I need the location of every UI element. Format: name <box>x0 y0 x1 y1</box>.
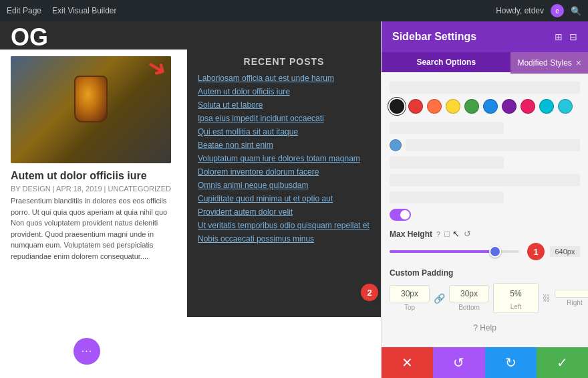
recent-post-item[interactable]: Cupiditate quod minima ut et optio aut <box>198 194 370 203</box>
max-height-slider-thumb[interactable] <box>489 246 501 258</box>
exit-builder-link[interactable]: Exit Visual Builder <box>52 6 117 15</box>
max-height-header: Max Height ? □ ↖ ↺ <box>390 229 580 239</box>
article-meta: BY DESIGN | APR 18, 2019 | UNCATEGORIZED <box>11 185 176 193</box>
blurred-field-label-2 <box>390 157 504 169</box>
padding-right-label: Right <box>567 299 582 306</box>
reset-button[interactable]: ↺ <box>433 347 484 378</box>
sidebar-panel: Sidebar Settings ⊞ ⊟ Search Options Modi… <box>381 21 588 378</box>
recent-post-item[interactable]: Laboriosam officia aut est unde harum <box>198 74 370 83</box>
reset-icon[interactable]: ↺ <box>464 229 471 239</box>
tab-modified-styles[interactable]: Modified Styles × <box>510 52 588 74</box>
color-swatch-yellow[interactable] <box>446 99 460 114</box>
sidebar-icon-split[interactable]: ⊟ <box>569 31 577 42</box>
padding-left-input[interactable]: 5% <box>496 286 536 302</box>
action-bar: ✕ ↺ ↻ ✓ <box>382 347 588 378</box>
title-color-swatch[interactable] <box>390 139 402 151</box>
max-height-value[interactable]: 640px <box>550 246 580 257</box>
padding-link-icon[interactable]: 🔗 <box>434 293 445 304</box>
toggle-row <box>390 209 580 221</box>
help-button[interactable]: ? Help <box>473 323 496 333</box>
max-height-slider-fill <box>390 250 493 253</box>
cursor-icon[interactable]: ↖ <box>452 229 460 239</box>
recent-post-item[interactable]: Provident autem dolor velit <box>198 207 370 217</box>
color-swatch-blue[interactable] <box>483 99 498 114</box>
refresh-button[interactable]: ↻ <box>485 347 537 378</box>
toggle-switch[interactable] <box>390 209 411 221</box>
sidebar-header: Sidebar Settings ⊞ ⊟ <box>382 21 588 52</box>
padding-link-icon-2[interactable]: ⛓ <box>543 294 551 303</box>
edit-page-link[interactable]: Edit Page <box>7 6 41 15</box>
annotation-badge-2: 2 <box>361 284 378 301</box>
max-height-slider-track[interactable] <box>390 250 519 253</box>
help-row: ? Help <box>390 321 580 333</box>
recent-post-item[interactable]: Nobis occaecati possimus minus <box>198 234 370 244</box>
sidebar-icon-expand[interactable]: ⊞ <box>555 31 563 42</box>
toggle-knob <box>400 210 410 219</box>
color-swatches-row <box>390 99 580 114</box>
user-avatar: e <box>551 4 564 17</box>
recent-posts-title: RECENT POSTS <box>198 56 370 67</box>
recent-post-item[interactable]: Soluta ut et labore <box>198 100 370 110</box>
howdy-text: Howdy, etdev <box>496 6 544 15</box>
desktop-icon[interactable]: □ <box>444 229 450 239</box>
admin-bar: Edit Page Exit Visual Builder Howdy, etd… <box>0 0 588 21</box>
max-height-label: Max Height <box>390 229 432 239</box>
search-icon[interactable]: 🔍 <box>571 6 581 16</box>
padding-bottom-label: Bottom <box>458 304 480 311</box>
color-swatch-cyan[interactable] <box>539 99 554 114</box>
recent-post-item[interactable]: Beatae non sint enim <box>198 140 370 150</box>
sidebar-tabs: Search Options Modified Styles × <box>382 52 588 74</box>
padding-item-bottom: 30px Bottom <box>449 285 489 311</box>
padding-item-top: 30px Top <box>390 285 430 311</box>
padding-top-input[interactable]: 30px <box>390 285 430 302</box>
recent-posts-list: Laboriosam officia aut est unde harumAut… <box>198 74 370 244</box>
sidebar-title: Sidebar Settings <box>392 31 476 43</box>
article-section: Autem ut dolor officiis iure BY DESIGN |… <box>0 50 187 317</box>
blog-preview-area: OG Autem ut dolor officiis iure BY DESIG… <box>0 21 381 378</box>
color-swatch-teal[interactable] <box>558 99 573 114</box>
color-swatch-green[interactable] <box>464 99 479 114</box>
color-swatch-purple[interactable] <box>502 99 517 114</box>
custom-padding-section: Custom Padding 30px Top 🔗 30px Bottom 5%… <box>390 268 580 313</box>
article-excerpt: Praesentium blanditiis in dolores eos eo… <box>11 195 176 262</box>
tab-close-icon[interactable]: × <box>576 58 581 68</box>
cancel-button[interactable]: ✕ <box>382 347 433 378</box>
blurred-field-label-1 <box>390 122 504 134</box>
padding-top-label: Top <box>404 304 415 311</box>
annotation-badge-1: 1 <box>527 243 545 260</box>
tab-search-options[interactable]: Search Options <box>382 52 510 74</box>
padding-bottom-input[interactable]: 30px <box>449 285 489 302</box>
color-swatch-black[interactable] <box>390 99 404 114</box>
color-swatch-red[interactable] <box>408 99 423 114</box>
device-icons: □ ↖ <box>444 229 460 239</box>
recent-post-item[interactable]: Voluptatum quam iure dolores totam magna… <box>198 154 370 163</box>
save-button[interactable]: ✓ <box>537 347 588 378</box>
lantern-decoration <box>74 76 108 122</box>
color-swatch-orange[interactable] <box>427 99 442 114</box>
three-dots-button[interactable]: ··· <box>74 338 100 365</box>
padding-right-input[interactable] <box>555 290 588 298</box>
blurred-field-label-3 <box>390 191 504 203</box>
blurred-field-2 <box>390 174 580 186</box>
recent-post-item[interactable]: Omnis animi neque quibusdam <box>198 181 370 190</box>
padding-row: 30px Top 🔗 30px Bottom 5% Left ⛓ <box>390 283 580 313</box>
sidebar-header-icons: ⊞ ⊟ <box>555 31 577 42</box>
blog-logo: OG <box>0 21 381 50</box>
recent-post-item[interactable]: Dolorem inventore dolorum facere <box>198 167 370 177</box>
padding-item-left: 5% Left <box>493 283 539 313</box>
recent-post-item[interactable]: Ipsa eius impedit incidunt occaecati <box>198 114 370 123</box>
recent-post-item[interactable]: Autem ut dolor officiis iure <box>198 87 370 96</box>
color-swatch-pink[interactable] <box>521 99 535 114</box>
sidebar-body: Max Height ? □ ↖ ↺ 1 <box>382 74 588 347</box>
article-title: Autem ut dolor officiis iure <box>11 170 176 182</box>
recent-post-item[interactable]: Ut veritatis temporibus odio quisquam re… <box>198 221 370 230</box>
blurred-field-1 <box>390 82 580 94</box>
padding-item-right: Right <box>555 290 588 306</box>
recent-posts-section: RECENT POSTS Laboriosam officia aut est … <box>187 50 381 317</box>
padding-left-label: Left <box>510 303 522 310</box>
max-height-slider-row: 1 640px <box>390 243 580 260</box>
title-color-field[interactable] <box>406 139 580 151</box>
recent-post-item[interactable]: Qui est mollitia sit aut itaque <box>198 127 370 136</box>
max-height-help-icon[interactable]: ? <box>436 230 440 238</box>
max-height-section: Max Height ? □ ↖ ↺ 1 <box>390 229 580 260</box>
